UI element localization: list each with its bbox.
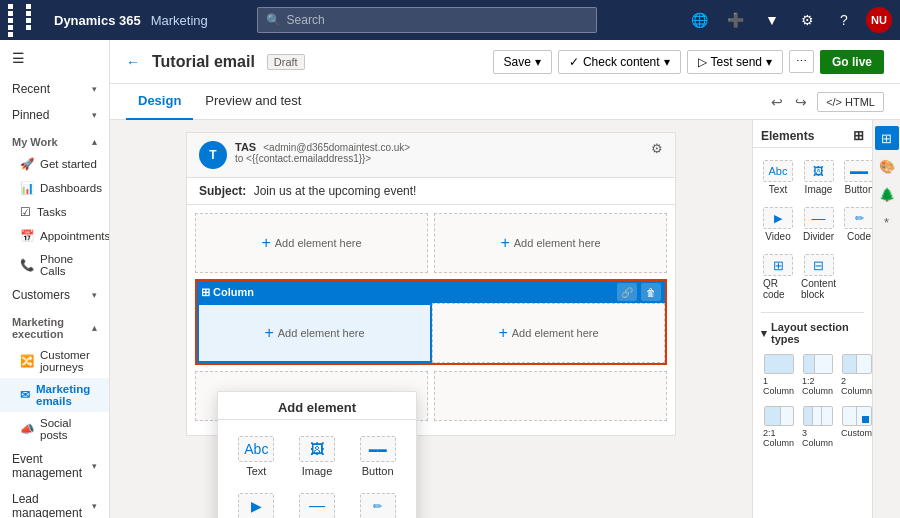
test-send-button[interactable]: ▷ Test send ▾ — [687, 50, 783, 74]
tab-design[interactable]: Design — [126, 84, 193, 120]
content-area: ← Tutorial email Draft Save ▾ ✓ Check co… — [110, 40, 900, 518]
add-element-code[interactable]: ✏ Code — [349, 487, 406, 518]
undo-button[interactable]: ↩ — [769, 92, 785, 112]
search-bar[interactable]: 🔍 Search — [257, 7, 597, 33]
main-layout: ☰ Recent ▾ Pinned ▾ My Work ▴ 🚀 Get star… — [0, 40, 900, 518]
add-element-button[interactable]: ▬▬ Button — [349, 430, 406, 483]
layout-3col-fill — [804, 407, 832, 425]
element-video[interactable]: ▶ Video — [761, 203, 795, 246]
column-link-button[interactable]: 🔗 — [617, 283, 637, 301]
element-image[interactable]: 🖼 Image — [799, 156, 838, 199]
add-element-image-icon: 🖼 — [299, 436, 335, 462]
sidebar-item-appointments[interactable]: 📅 Appointments — [0, 224, 109, 248]
add-element-video[interactable]: ▶ Video — [228, 487, 285, 518]
right-icon-tree[interactable]: 🌲 — [875, 182, 899, 206]
section-col-below-right[interactable] — [434, 371, 667, 421]
layout-12col-fill — [804, 355, 832, 373]
element-text[interactable]: Abc Text — [761, 156, 795, 199]
section-col-top-left[interactable]: + Add element here — [195, 213, 428, 273]
layout-12col[interactable]: 1:2 Column — [800, 351, 835, 399]
sidebar-item-recent[interactable]: Recent ▾ — [0, 76, 109, 102]
sidebar-item-tasks[interactable]: ☑ Tasks — [0, 200, 109, 224]
column-left-placeholder: Add element here — [278, 327, 365, 339]
sidebar-item-dashboards[interactable]: 📊 Dashboards — [0, 176, 109, 200]
check-content-button[interactable]: ✓ Check content ▾ — [558, 50, 681, 74]
tab-preview-label: Preview and test — [205, 93, 301, 108]
add-icon[interactable]: ➕ — [722, 6, 750, 34]
sidebar-eventmanagement-header[interactable]: Event management ▾ — [0, 446, 109, 486]
go-live-button[interactable]: Go live — [820, 50, 884, 74]
element-divider-icon: — — [804, 207, 834, 229]
socialposts-label: Social posts — [40, 417, 97, 441]
phonecalls-icon: 📞 — [20, 258, 34, 272]
column-left-half[interactable]: + Add element here — [197, 303, 432, 363]
page-header: ← Tutorial email Draft Save ▾ ✓ Check co… — [110, 40, 900, 84]
sidebar-customers-header[interactable]: Customers ▾ — [0, 282, 109, 308]
email-gear-icon[interactable]: ⚙ — [651, 141, 663, 156]
element-contentblock[interactable]: ⊟ Content block — [799, 250, 838, 304]
settings-icon[interactable]: ⚙ — [794, 6, 822, 34]
leadmanagement-chevron: ▾ — [92, 501, 97, 511]
section-col-top-right[interactable]: + Add element here — [434, 213, 667, 273]
app-grid-icon[interactable] — [8, 4, 42, 37]
layout-3col[interactable]: 3 Column — [800, 403, 835, 451]
sidebar-item-marketingemails[interactable]: ✉ Marketing emails — [0, 378, 109, 412]
marketingemails-icon: ✉ — [20, 388, 30, 402]
email-subject: Subject: Join us at the upcoming event! — [187, 178, 675, 205]
back-button[interactable]: ← — [126, 54, 140, 70]
appointments-icon: 📅 — [20, 229, 34, 243]
sidebar-item-getstarted[interactable]: 🚀 Get started — [0, 152, 109, 176]
test-chevron: ▾ — [766, 55, 772, 69]
layout-custom-a — [843, 407, 857, 425]
element-qrcode[interactable]: ⊞ QR code — [761, 250, 795, 304]
right-icon-settings[interactable]: * — [875, 210, 899, 234]
check-icon: ✓ — [569, 55, 579, 69]
email-canvas: T TAS <admin@d365domaintest.co.uk> to <{… — [110, 120, 752, 518]
add-element-divider[interactable]: — Divider — [289, 487, 346, 518]
sidebar-item-pinned[interactable]: Pinned ▾ — [0, 102, 109, 128]
add-element-image[interactable]: 🖼 Image — [289, 430, 346, 483]
element-button[interactable]: ▬▬ Button — [842, 156, 872, 199]
column-delete-button[interactable]: 🗑 — [641, 283, 661, 301]
save-button[interactable]: Save ▾ — [493, 50, 552, 74]
marketingemails-label: Marketing emails — [36, 383, 97, 407]
layout-1col[interactable]: 1 Column — [761, 351, 796, 399]
check-content-label: Check content — [583, 55, 660, 69]
element-divider[interactable]: — Divider — [799, 203, 838, 246]
layout-section-title: Layout section types — [771, 321, 864, 345]
sidebar-mywork-header[interactable]: My Work ▴ — [0, 128, 109, 152]
layout-custom[interactable]: Custom — [839, 403, 872, 451]
element-contentblock-icon: ⊟ — [804, 254, 834, 276]
sidebar-item-phonecalls[interactable]: 📞 Phone Calls — [0, 248, 109, 282]
more-options-button[interactable]: ⋯ — [789, 50, 814, 73]
user-avatar[interactable]: NU — [866, 7, 892, 33]
layout-21col[interactable]: 2:1 Column — [761, 403, 796, 451]
layout-3col-b — [813, 407, 822, 425]
help-icon[interactable]: ? — [830, 6, 858, 34]
layout-3col-c — [822, 407, 832, 425]
globe-icon[interactable]: 🌐 — [686, 6, 714, 34]
right-icon-styles[interactable]: 🎨 — [875, 154, 899, 178]
add-element-text[interactable]: Abc Text — [228, 430, 285, 483]
sidebar-leadmanagement-header[interactable]: Lead management ▾ — [0, 486, 109, 518]
phonecalls-label: Phone Calls — [40, 253, 97, 277]
element-text-icon: Abc — [763, 160, 793, 182]
filter-icon[interactable]: ▼ — [758, 6, 786, 34]
html-button[interactable]: </> HTML — [817, 92, 884, 112]
plus-icon-column-left: + — [264, 324, 273, 342]
sidebar-marketingexec-header[interactable]: Marketing execution ▴ — [0, 308, 109, 344]
add-element-text-label: Text — [246, 465, 266, 477]
test-icon: ▷ — [698, 55, 707, 69]
save-chevron: ▾ — [535, 55, 541, 69]
hamburger-menu[interactable]: ☰ — [0, 40, 109, 76]
column-right-half[interactable]: + Add element here — [432, 303, 665, 363]
sidebar-item-socialposts[interactable]: 📣 Social posts — [0, 412, 109, 446]
redo-button[interactable]: ↪ — [793, 92, 809, 112]
right-icon-elements[interactable]: ⊞ — [875, 126, 899, 150]
tasks-icon: ☑ — [20, 205, 31, 219]
eventmanagement-chevron: ▾ — [92, 461, 97, 471]
element-code[interactable]: ✏ Code — [842, 203, 872, 246]
tab-preview[interactable]: Preview and test — [193, 84, 313, 120]
sidebar-item-customerjourneys[interactable]: 🔀 Customer journeys — [0, 344, 109, 378]
layout-2col[interactable]: 2 Column — [839, 351, 872, 399]
